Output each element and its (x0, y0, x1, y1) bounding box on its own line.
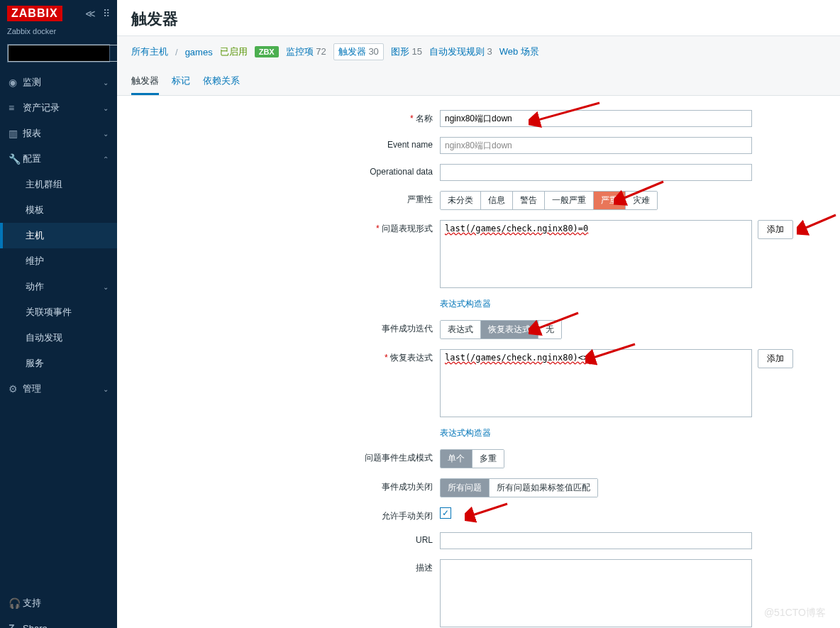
name-label: 名称 (416, 114, 433, 123)
url-input[interactable] (440, 532, 752, 549)
eye-icon: ◉ (9, 77, 23, 88)
headset-icon: 🎧 (9, 597, 23, 609)
ok-close-label: 事件成功关闭 (131, 478, 440, 493)
sev-disaster[interactable]: 灾难 (626, 192, 657, 209)
opdata-input[interactable] (440, 164, 752, 181)
manual-close-checkbox[interactable]: ✓ (440, 507, 451, 519)
gear-icon: ⚙ (9, 383, 23, 395)
chevron-down-icon: ⌄ (103, 79, 109, 87)
sev-high[interactable]: 严重 (594, 192, 626, 209)
sidebar: ZABBIX ≪ ⠿ Zabbix docker ⌕ ◉监测⌄ ≡资产记录⌄ ▥… (0, 0, 117, 628)
subnav-discovery[interactable]: 自动发现 (0, 325, 117, 351)
list-icon: ≡ (9, 102, 23, 114)
chevron-up-icon: ⌃ (103, 155, 109, 163)
crumb-all-hosts[interactable]: 所有主机 (131, 45, 168, 58)
add-recovery-button[interactable]: 添加 (758, 349, 793, 368)
tab-dependencies[interactable]: 依赖关系 (203, 70, 240, 95)
status-enabled: 已启用 (220, 45, 248, 58)
opdata-label: Operational data (131, 164, 440, 177)
crumb-host[interactable]: games (185, 47, 213, 57)
z-icon: Z (9, 622, 23, 628)
filter-bar: 所有主机 / games 已启用 ZBX 监控项 72 触发器 30 图形 15… (117, 35, 840, 96)
problem-label: 问题表现形式 (382, 224, 433, 233)
url-label: URL (131, 532, 440, 545)
desc-textarea[interactable] (440, 559, 752, 627)
expr-builder-link[interactable]: 表达式构造器 (440, 298, 491, 310)
menu-icon[interactable]: ⠿ (103, 8, 110, 19)
eventgen-group: 表达式 恢复表达式 无 (440, 320, 562, 339)
collapse-icon[interactable]: ≪ (85, 8, 96, 19)
eventgen-expression[interactable]: 表达式 (441, 321, 481, 338)
sev-notclassified[interactable]: 未分类 (441, 192, 481, 209)
eventgen-label: 事件成功迭代 (131, 320, 440, 335)
nav-administration[interactable]: ⚙管理⌄ (0, 376, 117, 402)
logo-row: ZABBIX ≪ ⠿ (0, 0, 117, 27)
crumb-discovery[interactable]: 自动发现规则 3 (429, 45, 492, 58)
trigger-form: * 名称 Event name Operational data 严重性 未分类… (117, 96, 840, 628)
svg-line-6 (470, 504, 507, 516)
nav-support[interactable]: 🎧支持 (0, 590, 117, 616)
zbx-badge: ZBX (255, 46, 279, 57)
nav-inventory[interactable]: ≡资产记录⌄ (0, 95, 117, 121)
chevron-down-icon: ⌄ (103, 130, 109, 138)
crumb-web[interactable]: Web 场景 (499, 45, 539, 58)
prob-mode-multiple[interactable]: 多重 (472, 450, 504, 468)
desc-label: 描述 (131, 559, 440, 574)
tab-trigger[interactable]: 触发器 (131, 70, 159, 95)
server-name: Zabbix docker (0, 27, 117, 41)
search-box[interactable]: ⌕ (7, 44, 110, 62)
wrench-icon: 🔧 (9, 153, 23, 165)
tab-tags[interactable]: 标记 (172, 70, 190, 95)
nav-monitoring[interactable]: ◉监测⌄ (0, 70, 117, 95)
tabs: 触发器 标记 依赖关系 (131, 70, 826, 95)
add-expression-button[interactable]: 添加 (758, 220, 793, 239)
ok-close-tags[interactable]: 所有问题如果标签值匹配 (490, 479, 597, 497)
ok-close-group: 所有问题 所有问题如果标签值匹配 (440, 478, 598, 497)
eventgen-recovery[interactable]: 恢复表达式 (481, 321, 538, 338)
severity-group: 未分类 信息 警告 一般严重 严重 灾难 (440, 191, 658, 210)
chevron-down-icon: ⌄ (103, 385, 109, 393)
ok-close-all[interactable]: 所有问题 (441, 479, 490, 497)
subnav-correlation[interactable]: 关联项事件 (0, 299, 117, 325)
nav-share[interactable]: ZShare (0, 616, 117, 628)
prob-mode-single[interactable]: 单个 (441, 450, 472, 468)
sev-warning[interactable]: 警告 (513, 192, 545, 209)
expr-builder-link-2[interactable]: 表达式构造器 (440, 427, 491, 439)
breadcrumb: 所有主机 / games 已启用 ZBX 监控项 72 触发器 30 图形 15… (131, 43, 826, 60)
sev-information[interactable]: 信息 (481, 192, 513, 209)
prob-mode-label: 问题事件生成模式 (131, 449, 440, 464)
recovery-textarea[interactable]: last(/games/check.nginx80)<>0 (440, 349, 752, 417)
crumb-graphs[interactable]: 图形 15 (391, 45, 422, 58)
eventname-label: Event name (131, 137, 440, 150)
subnav-hostgroups[interactable]: 主机群组 (0, 172, 117, 197)
nav-configuration[interactable]: 🔧配置⌃ (0, 146, 117, 172)
crumb-items[interactable]: 监控项 72 (286, 45, 326, 58)
name-input[interactable] (440, 110, 752, 127)
main: 触发器 所有主机 / games 已启用 ZBX 监控项 72 触发器 30 图… (117, 0, 840, 628)
chevron-down-icon: ⌄ (103, 104, 109, 112)
zabbix-logo[interactable]: ZABBIX (7, 6, 62, 21)
recovery-label: 恢复表达式 (390, 353, 433, 363)
subnav-templates[interactable]: 模板 (0, 197, 117, 223)
problem-textarea[interactable]: last(/games/check.nginx80)=0 (440, 220, 752, 288)
svg-line-3 (802, 215, 836, 229)
manual-close-label: 允许手动关闭 (131, 507, 440, 522)
eventgen-none[interactable]: 无 (538, 321, 561, 338)
prob-mode-group: 单个 多重 (440, 449, 504, 468)
subnav-hosts[interactable]: 主机 (0, 223, 117, 248)
severity-label: 严重性 (131, 191, 440, 206)
page-title: 触发器 (117, 0, 840, 35)
subnav-maintenance[interactable]: 维护 (0, 248, 117, 274)
chevron-down-icon: ⌄ (103, 283, 109, 291)
sev-average[interactable]: 一般严重 (545, 192, 594, 209)
eventname-input[interactable] (440, 137, 752, 154)
nav-reports[interactable]: ▥报表⌄ (0, 121, 117, 146)
subnav-services[interactable]: 服务 (0, 351, 117, 376)
search-input[interactable] (8, 45, 124, 62)
crumb-triggers[interactable]: 触发器 30 (333, 43, 384, 60)
watermark: @51CTO博客 (764, 607, 826, 619)
subnav-actions[interactable]: 动作⌄ (0, 274, 117, 299)
bar-icon: ▥ (9, 128, 23, 139)
